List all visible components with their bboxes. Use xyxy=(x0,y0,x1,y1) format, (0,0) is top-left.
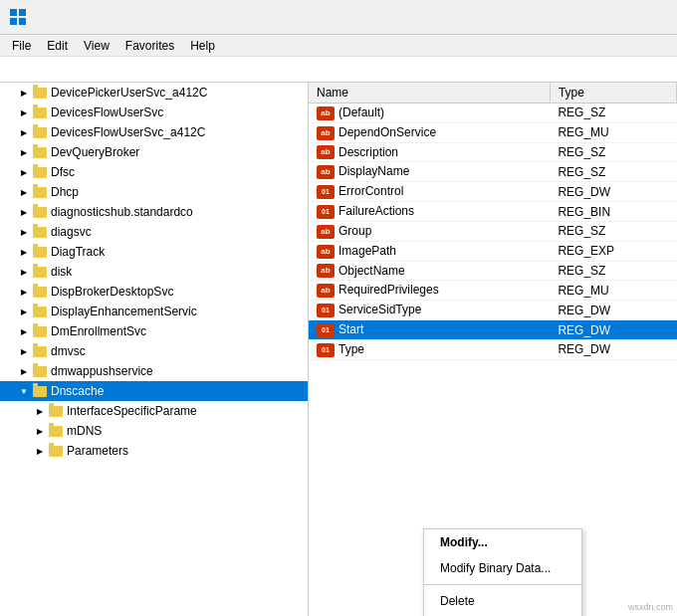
col-name: Name xyxy=(309,83,550,103)
table-row[interactable]: 01TypeREG_DW xyxy=(309,339,677,359)
value-name-cell: abObjectName xyxy=(309,261,550,281)
reg-value-icon: ab xyxy=(317,106,335,120)
chevron-icon: ▶ xyxy=(32,423,48,439)
tree-item-Dhcp[interactable]: ▶Dhcp xyxy=(0,182,308,202)
chevron-icon: ▶ xyxy=(16,85,32,101)
reg-value-icon: ab xyxy=(317,245,335,259)
value-name: ImagePath xyxy=(338,244,396,258)
menu-item-menu-edit[interactable]: Edit xyxy=(39,37,76,55)
tree-item-label: DiagTrack xyxy=(51,245,105,259)
menu-item-menu-view[interactable]: View xyxy=(76,37,117,55)
values-table: Name Type ab(Default)REG_SZabDependOnSer… xyxy=(309,83,677,360)
menu-item-menu-help[interactable]: Help xyxy=(182,37,223,55)
tree-item-label: Dfsc xyxy=(51,165,75,179)
chevron-icon: ▶ xyxy=(16,323,32,339)
tree-item-label: DisplayEnhancementServic xyxy=(51,305,197,318)
tree-item-DisplayEnhancementService[interactable]: ▶DisplayEnhancementServic xyxy=(0,302,308,321)
folder-icon xyxy=(32,104,48,120)
reg-value-icon: 01 xyxy=(317,205,335,219)
value-name-cell: ab(Default) xyxy=(309,103,550,123)
tree-item-Dnscache[interactable]: ▼Dnscache xyxy=(0,381,308,401)
value-type: REG_SZ xyxy=(550,221,676,241)
tree-item-label: DispBrokerDesktopSvc xyxy=(51,285,173,299)
reg-value-icon: ab xyxy=(317,284,335,298)
app-icon xyxy=(8,7,28,27)
value-name-cell: 01FailureActions xyxy=(309,202,550,222)
value-name-cell: abDisplayName xyxy=(309,162,550,182)
table-row[interactable]: abDisplayNameREG_SZ xyxy=(309,162,677,182)
table-row[interactable]: abObjectNameREG_SZ xyxy=(309,261,677,281)
table-row[interactable]: abGroupREG_SZ xyxy=(309,221,677,241)
tree-item-diagnosticshub.standardc[interactable]: ▶diagnosticshub.standardco xyxy=(0,202,308,222)
chevron-icon: ▶ xyxy=(16,363,32,379)
table-row[interactable]: 01StartREG_DW xyxy=(309,320,677,340)
table-row[interactable]: abRequiredPrivilegesREG_MU xyxy=(309,281,677,301)
values-panel[interactable]: Name Type ab(Default)REG_SZabDependOnSer… xyxy=(309,83,677,616)
value-name: Group xyxy=(338,224,371,238)
folder-icon xyxy=(32,124,48,140)
value-name-cell: 01ServiceSidType xyxy=(309,301,550,320)
folder-icon xyxy=(32,383,48,399)
chevron-icon: ▶ xyxy=(16,104,32,120)
value-name: (Default) xyxy=(338,105,384,119)
chevron-icon: ▶ xyxy=(16,204,32,220)
reg-value-icon: 01 xyxy=(317,323,335,337)
menu-item-menu-favorites[interactable]: Favorites xyxy=(117,37,182,55)
tree-item-label: diagsvc xyxy=(51,225,92,239)
chevron-icon: ▶ xyxy=(16,144,32,160)
value-name-cell: abImagePath xyxy=(309,241,550,261)
tree-item-label: DevQueryBroker xyxy=(51,145,139,159)
chevron-icon: ▶ xyxy=(32,443,48,459)
chevron-icon: ▼ xyxy=(16,383,32,399)
context-menu-item-modify[interactable]: Modify... xyxy=(424,529,581,555)
value-name: Start xyxy=(338,322,363,336)
value-type: REG_SZ xyxy=(550,261,676,281)
folder-icon xyxy=(32,264,48,280)
tree-item-dmvsc[interactable]: ▶dmvsc xyxy=(0,341,308,361)
table-row[interactable]: 01ErrorControlREG_DW xyxy=(309,182,677,202)
value-name-cell: abDependOnService xyxy=(309,122,550,142)
value-name: Description xyxy=(338,145,398,159)
tree-item-DevicePickerUserSvc_a412C[interactable]: ▶DevicePickerUserSvc_a412C xyxy=(0,83,308,103)
tree-item-diagsvc[interactable]: ▶diagsvc xyxy=(0,222,308,242)
tree-item-mDNS[interactable]: ▶mDNS xyxy=(0,421,308,441)
table-row[interactable]: ab(Default)REG_SZ xyxy=(309,103,677,123)
folder-icon xyxy=(32,85,48,101)
tree-item-label: Dnscache xyxy=(51,384,104,398)
table-row[interactable]: 01ServiceSidTypeREG_DW xyxy=(309,301,677,320)
tree-item-Dfsc[interactable]: ▶Dfsc xyxy=(0,162,308,182)
tree-item-Parameters[interactable]: ▶Parameters xyxy=(0,441,308,461)
value-type: REG_MU xyxy=(550,281,676,301)
tree-item-label: disk xyxy=(51,265,72,279)
table-row[interactable]: 01FailureActionsREG_BIN xyxy=(309,202,677,222)
tree-item-label: DevicesFlowUserSvc_a412C xyxy=(51,125,205,139)
value-name-cell: abDescription xyxy=(309,142,550,162)
tree-item-DevicesFlowUserSvc_a412C[interactable]: ▶DevicesFlowUserSvc_a412C xyxy=(0,122,308,142)
folder-icon xyxy=(48,443,64,459)
tree-item-InterfaceSpecificPara[interactable]: ▶InterfaceSpecificParame xyxy=(0,401,308,421)
tree-item-label: dmvsc xyxy=(51,344,86,358)
tree-item-label: diagnosticshub.standardco xyxy=(51,205,193,219)
folder-icon xyxy=(32,244,48,260)
tree-item-disk[interactable]: ▶disk xyxy=(0,262,308,282)
tree-item-label: Dhcp xyxy=(51,185,79,199)
value-name-cell: 01ErrorControl xyxy=(309,182,550,202)
tree-item-DevicesFlowUserSvc[interactable]: ▶DevicesFlowUserSvc xyxy=(0,103,308,122)
table-row[interactable]: abDescriptionREG_SZ xyxy=(309,142,677,162)
table-row[interactable]: abImagePathREG_EXP xyxy=(309,241,677,261)
context-menu-item-delete[interactable]: Delete xyxy=(424,588,581,614)
address-bar xyxy=(0,57,677,83)
tree-panel[interactable]: ▶DevicePickerUserSvc_a412C▶DevicesFlowUs… xyxy=(0,83,309,616)
tree-item-DispBrokerDesktopSvc[interactable]: ▶DispBrokerDesktopSvc xyxy=(0,282,308,302)
context-menu-item-modify-binary[interactable]: Modify Binary Data... xyxy=(424,555,581,581)
tree-item-DevQueryBroker[interactable]: ▶DevQueryBroker xyxy=(0,142,308,162)
tree-item-dmwappushservice[interactable]: ▶dmwappushservice xyxy=(0,361,308,381)
tree-item-DiagTrack[interactable]: ▶DiagTrack xyxy=(0,242,308,262)
folder-icon xyxy=(32,304,48,319)
tree-item-DmEnrollmentSvc[interactable]: ▶DmEnrollmentSvc xyxy=(0,321,308,341)
folder-icon xyxy=(32,284,48,300)
menu-item-menu-file[interactable]: File xyxy=(4,37,39,55)
chevron-icon: ▶ xyxy=(16,124,32,140)
value-type: REG_SZ xyxy=(550,142,676,162)
table-row[interactable]: abDependOnServiceREG_MU xyxy=(309,122,677,142)
